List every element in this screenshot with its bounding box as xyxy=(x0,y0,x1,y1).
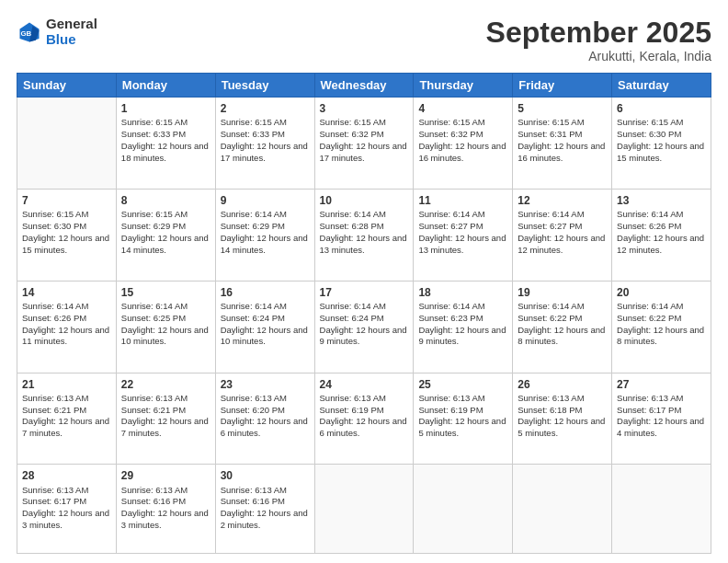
day-cell: 28Sunrise: 6:13 AMSunset: 6:17 PMDayligh… xyxy=(17,465,117,554)
day-info: Sunrise: 6:14 AMSunset: 6:24 PMDaylight:… xyxy=(320,301,409,348)
day-number: 6 xyxy=(617,101,706,116)
day-cell: 26Sunrise: 6:13 AMSunset: 6:18 PMDayligh… xyxy=(513,373,612,465)
logo-line1: General xyxy=(46,17,97,32)
day-cell: 14Sunrise: 6:14 AMSunset: 6:26 PMDayligh… xyxy=(17,281,117,373)
day-info: Sunrise: 6:13 AMSunset: 6:18 PMDaylight:… xyxy=(518,393,607,440)
day-number: 13 xyxy=(617,193,706,208)
day-number: 21 xyxy=(22,377,111,392)
day-info: Sunrise: 6:15 AMSunset: 6:33 PMDaylight:… xyxy=(221,117,310,164)
day-cell: 16Sunrise: 6:14 AMSunset: 6:24 PMDayligh… xyxy=(215,281,314,373)
week-row-4: 21Sunrise: 6:13 AMSunset: 6:21 PMDayligh… xyxy=(17,373,711,465)
day-info: Sunrise: 6:13 AMSunset: 6:21 PMDaylight:… xyxy=(22,393,111,440)
calendar-table: SundayMondayTuesdayWednesdayThursdayFrid… xyxy=(17,73,711,554)
col-header-monday: Monday xyxy=(116,74,215,98)
day-cell: 5Sunrise: 6:15 AMSunset: 6:31 PMDaylight… xyxy=(513,98,612,190)
day-info: Sunrise: 6:14 AMSunset: 6:27 PMDaylight:… xyxy=(418,209,507,256)
day-cell: 24Sunrise: 6:13 AMSunset: 6:19 PMDayligh… xyxy=(314,373,414,465)
day-info: Sunrise: 6:15 AMSunset: 6:32 PMDaylight:… xyxy=(418,117,507,164)
day-number: 10 xyxy=(320,193,409,208)
day-info: Sunrise: 6:15 AMSunset: 6:30 PMDaylight:… xyxy=(617,117,706,164)
day-cell: 25Sunrise: 6:13 AMSunset: 6:19 PMDayligh… xyxy=(414,373,513,465)
day-number: 30 xyxy=(221,468,310,483)
day-number: 15 xyxy=(121,285,210,300)
day-cell: 23Sunrise: 6:13 AMSunset: 6:20 PMDayligh… xyxy=(215,373,314,465)
logo-line2: Blue xyxy=(46,32,97,48)
day-info: Sunrise: 6:14 AMSunset: 6:29 PMDaylight:… xyxy=(221,209,310,256)
col-header-thursday: Thursday xyxy=(414,74,513,98)
day-cell xyxy=(314,465,414,554)
page: GB General Blue September 2025 Arukutti,… xyxy=(0,0,728,563)
day-number: 9 xyxy=(221,193,310,208)
day-info: Sunrise: 6:13 AMSunset: 6:21 PMDaylight:… xyxy=(121,393,210,440)
day-number: 3 xyxy=(320,101,409,116)
col-header-tuesday: Tuesday xyxy=(215,74,314,98)
day-info: Sunrise: 6:14 AMSunset: 6:24 PMDaylight:… xyxy=(221,301,310,348)
day-cell xyxy=(513,465,612,554)
day-cell: 1Sunrise: 6:15 AMSunset: 6:33 PMDaylight… xyxy=(116,98,215,190)
header-row: SundayMondayTuesdayWednesdayThursdayFrid… xyxy=(17,74,711,98)
day-number: 12 xyxy=(518,193,607,208)
day-info: Sunrise: 6:14 AMSunset: 6:26 PMDaylight:… xyxy=(617,209,706,256)
header: GB General Blue September 2025 Arukutti,… xyxy=(17,17,711,63)
day-cell: 13Sunrise: 6:14 AMSunset: 6:26 PMDayligh… xyxy=(612,189,711,281)
day-number: 26 xyxy=(518,377,607,392)
day-number: 14 xyxy=(22,285,111,300)
col-header-sunday: Sunday xyxy=(17,74,117,98)
logo: GB General Blue xyxy=(17,17,97,47)
day-cell: 3Sunrise: 6:15 AMSunset: 6:32 PMDaylight… xyxy=(314,98,414,190)
day-cell: 15Sunrise: 6:14 AMSunset: 6:25 PMDayligh… xyxy=(116,281,215,373)
day-info: Sunrise: 6:13 AMSunset: 6:16 PMDaylight:… xyxy=(121,485,210,532)
day-number: 19 xyxy=(518,285,607,300)
day-info: Sunrise: 6:13 AMSunset: 6:16 PMDaylight:… xyxy=(221,485,310,532)
week-row-2: 7Sunrise: 6:15 AMSunset: 6:30 PMDaylight… xyxy=(17,189,711,281)
title-block: September 2025 Arukutti, Kerala, India xyxy=(486,17,711,63)
day-cell: 7Sunrise: 6:15 AMSunset: 6:30 PMDaylight… xyxy=(17,189,117,281)
day-number: 11 xyxy=(418,193,507,208)
day-number: 27 xyxy=(617,377,706,392)
logo-icon: GB xyxy=(17,19,42,45)
day-info: Sunrise: 6:14 AMSunset: 6:22 PMDaylight:… xyxy=(518,301,607,348)
week-row-1: 1Sunrise: 6:15 AMSunset: 6:33 PMDaylight… xyxy=(17,98,711,190)
day-cell: 19Sunrise: 6:14 AMSunset: 6:22 PMDayligh… xyxy=(513,281,612,373)
day-info: Sunrise: 6:14 AMSunset: 6:23 PMDaylight:… xyxy=(418,301,507,348)
day-info: Sunrise: 6:13 AMSunset: 6:17 PMDaylight:… xyxy=(22,485,111,532)
day-number: 24 xyxy=(320,377,409,392)
day-info: Sunrise: 6:14 AMSunset: 6:28 PMDaylight:… xyxy=(320,209,409,256)
day-info: Sunrise: 6:14 AMSunset: 6:27 PMDaylight:… xyxy=(518,209,607,256)
day-number: 16 xyxy=(221,285,310,300)
week-row-5: 28Sunrise: 6:13 AMSunset: 6:17 PMDayligh… xyxy=(17,465,711,554)
day-number: 22 xyxy=(121,377,210,392)
col-header-saturday: Saturday xyxy=(612,74,711,98)
day-info: Sunrise: 6:14 AMSunset: 6:25 PMDaylight:… xyxy=(121,301,210,348)
day-number: 1 xyxy=(121,101,210,116)
day-number: 5 xyxy=(518,101,607,116)
day-cell: 21Sunrise: 6:13 AMSunset: 6:21 PMDayligh… xyxy=(17,373,117,465)
day-number: 23 xyxy=(221,377,310,392)
day-cell: 27Sunrise: 6:13 AMSunset: 6:17 PMDayligh… xyxy=(612,373,711,465)
day-cell: 12Sunrise: 6:14 AMSunset: 6:27 PMDayligh… xyxy=(513,189,612,281)
day-info: Sunrise: 6:15 AMSunset: 6:32 PMDaylight:… xyxy=(320,117,409,164)
day-number: 17 xyxy=(320,285,409,300)
day-info: Sunrise: 6:13 AMSunset: 6:20 PMDaylight:… xyxy=(221,393,310,440)
day-number: 2 xyxy=(221,101,310,116)
location: Arukutti, Kerala, India xyxy=(486,49,711,63)
day-cell xyxy=(17,98,117,190)
day-info: Sunrise: 6:13 AMSunset: 6:19 PMDaylight:… xyxy=(418,393,507,440)
col-header-friday: Friday xyxy=(513,74,612,98)
day-info: Sunrise: 6:13 AMSunset: 6:17 PMDaylight:… xyxy=(617,393,706,440)
day-cell: 10Sunrise: 6:14 AMSunset: 6:28 PMDayligh… xyxy=(314,189,414,281)
day-info: Sunrise: 6:15 AMSunset: 6:29 PMDaylight:… xyxy=(121,209,210,256)
day-cell: 29Sunrise: 6:13 AMSunset: 6:16 PMDayligh… xyxy=(116,465,215,554)
day-cell: 11Sunrise: 6:14 AMSunset: 6:27 PMDayligh… xyxy=(414,189,513,281)
day-cell: 2Sunrise: 6:15 AMSunset: 6:33 PMDaylight… xyxy=(215,98,314,190)
day-info: Sunrise: 6:15 AMSunset: 6:30 PMDaylight:… xyxy=(22,209,111,256)
day-cell: 6Sunrise: 6:15 AMSunset: 6:30 PMDaylight… xyxy=(612,98,711,190)
day-cell: 4Sunrise: 6:15 AMSunset: 6:32 PMDaylight… xyxy=(414,98,513,190)
day-info: Sunrise: 6:15 AMSunset: 6:33 PMDaylight:… xyxy=(121,117,210,164)
day-number: 28 xyxy=(22,468,111,483)
day-cell: 18Sunrise: 6:14 AMSunset: 6:23 PMDayligh… xyxy=(414,281,513,373)
day-number: 20 xyxy=(617,285,706,300)
day-cell: 20Sunrise: 6:14 AMSunset: 6:22 PMDayligh… xyxy=(612,281,711,373)
day-info: Sunrise: 6:15 AMSunset: 6:31 PMDaylight:… xyxy=(518,117,607,164)
day-cell: 9Sunrise: 6:14 AMSunset: 6:29 PMDaylight… xyxy=(215,189,314,281)
